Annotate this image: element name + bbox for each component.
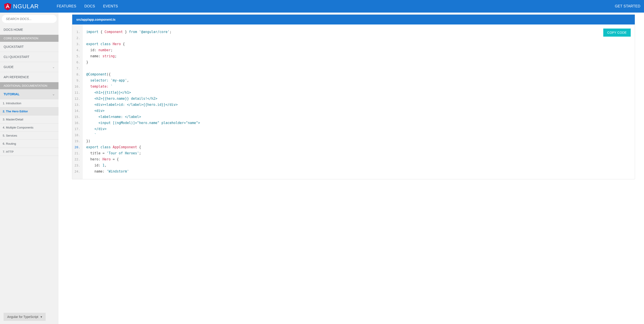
angular-shield-icon [4,2,12,10]
sidebar-docs-home[interactable]: DOCS HOME [0,25,58,35]
sidebar-tutorial-services[interactable]: 5. Services [0,132,58,140]
chevron-down-icon: ⌄ [52,65,55,69]
copy-code-button[interactable]: COPY CODE [603,28,631,37]
logo[interactable]: NGULAR [4,2,39,10]
sidebar: DOCS HOME CORE DOCUMENTATION QUICKSTART … [0,12,58,324]
sidebar-api-reference[interactable]: API REFERENCE [0,72,58,82]
code-filename: src/app/app.component.ts [72,15,635,24]
sidebar-tutorial-http[interactable]: 7. HTTP [0,148,58,156]
sidebar-tutorial-label: TUTORIAL [4,92,20,96]
language-selector[interactable]: Angular for TypeScript ▾ [4,313,46,321]
get-started-link[interactable]: GET STARTED [615,4,640,8]
sidebar-tutorial-intro[interactable]: 1. Introduction [0,99,58,107]
nav-events[interactable]: EVENTS [103,4,118,8]
main-content: src/app/app.component.ts COPY CODE 1.2.3… [58,12,644,324]
nav-docs[interactable]: DOCS [84,4,95,8]
sidebar-tutorial[interactable]: TUTORIAL ⌄ [0,89,58,99]
caret-down-icon: ▾ [40,315,42,319]
sidebar-tutorial-routing[interactable]: 6. Routing [0,140,58,148]
sidebar-guide[interactable]: GUIDE ⌄ [0,62,58,72]
sidebar-quickstart[interactable]: QUICKSTART [0,42,58,52]
sidebar-tutorial-multiple-components[interactable]: 4. Multiple Components [0,124,58,132]
chevron-down-icon: ⌄ [52,92,55,96]
line-numbers: 1.2.3.4.5.6.7.8.9.10.11.12.13.14.15.16.1… [72,24,82,179]
code-source[interactable]: import { Component } from '@angular/core… [82,24,635,179]
brand-text: NGULAR [13,3,39,10]
search-input[interactable] [2,15,57,23]
sidebar-tutorial-master-detail[interactable]: 3. Master/Detail [0,116,58,124]
nav-links: FEATURES DOCS EVENTS [57,4,615,8]
sidebar-guide-label: GUIDE [4,65,14,69]
sidebar-tutorial-hero-editor[interactable]: 2. The Hero Editor [0,107,58,116]
sidebar-cli-quickstart[interactable]: CLI QUICKSTART [0,52,58,62]
top-nav: NGULAR FEATURES DOCS EVENTS GET STARTED [0,0,644,12]
sidebar-core-header: CORE DOCUMENTATION [0,35,58,42]
code-block: src/app/app.component.ts COPY CODE 1.2.3… [72,14,635,179]
nav-features[interactable]: FEATURES [57,4,76,8]
sidebar-additional-header: ADDITIONAL DOCUMENTATION [0,82,58,89]
language-selector-label: Angular for TypeScript [7,315,38,319]
